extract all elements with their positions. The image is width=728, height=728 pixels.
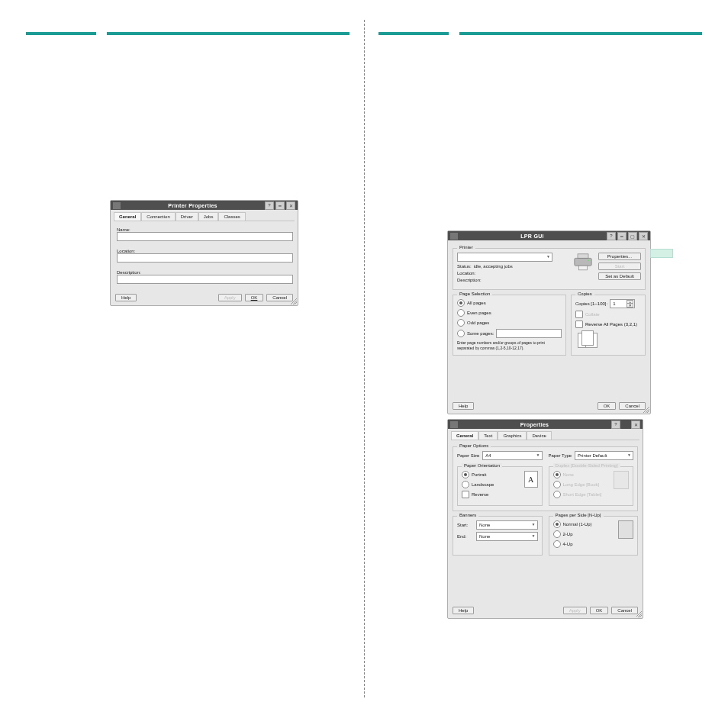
tab-text[interactable]: Text (478, 431, 498, 440)
radio-portrait[interactable] (462, 471, 469, 478)
reverse-orientation-checkbox[interactable] (462, 491, 469, 498)
ok-button[interactable]: OK (245, 294, 264, 301)
svg-rect-1 (575, 258, 591, 266)
titlebar: LPR GUI ? ━ ▢ ✕ (448, 231, 650, 240)
dialog-footer: Help OK Cancel (448, 398, 650, 414)
maximize-button[interactable]: ▢ (628, 232, 637, 240)
center-divider (364, 20, 365, 697)
copies-label: Copies [1~100]: (575, 301, 607, 306)
banner-end-select[interactable]: None (476, 532, 538, 541)
paper-options-fieldset: Paper Options Paper Size A4 Paper Type P… (453, 446, 638, 511)
radio-duplex-long (553, 481, 561, 488)
close-button[interactable]: ✕ (631, 420, 640, 429)
paper-size-select[interactable]: A4 (482, 451, 542, 460)
cancel-button[interactable]: Cancel (611, 607, 638, 614)
radio-landscape[interactable] (462, 481, 469, 488)
banners-fieldset: Banners Start: None End: None (453, 516, 543, 556)
header-rule-left (26, 32, 96, 35)
tab-device[interactable]: Device (527, 431, 551, 440)
tab-classes[interactable]: Classes (218, 212, 245, 221)
svg-rect-0 (578, 254, 588, 259)
printer-select[interactable] (457, 253, 552, 262)
printer-fieldset: Printer Status: idle, accepting jobs Loc… (453, 248, 646, 290)
copies-spinner[interactable]: 1 (610, 299, 635, 308)
tab-general[interactable]: General (451, 431, 478, 440)
app-icon (450, 233, 458, 240)
tab-graphics[interactable]: Graphics (498, 431, 527, 440)
tab-driver[interactable]: Driver (176, 212, 198, 221)
cancel-button[interactable]: Cancel (266, 294, 293, 301)
even-pages-label: Even pages (467, 311, 491, 315)
banner-start-select[interactable]: None (476, 520, 538, 530)
page-stack-icon (575, 330, 600, 349)
radio-2up[interactable] (553, 530, 561, 538)
location-label: Location: (457, 271, 475, 275)
name-input[interactable] (117, 232, 293, 241)
desc-label: Description: (457, 278, 482, 282)
tabs: General Text Graphics Device (448, 429, 643, 440)
printer-legend: Printer (457, 245, 475, 250)
help-button[interactable]: Help (453, 607, 474, 614)
duplex-none-label: None (563, 472, 574, 477)
ok-button[interactable]: OK (590, 607, 609, 614)
collate-label: Collate (585, 312, 600, 317)
apply-button[interactable]: Apply (218, 294, 242, 301)
orientation-legend: Paper Orientation (462, 463, 502, 468)
window-title: Properties (458, 422, 611, 427)
header-rule-midleft (107, 32, 350, 35)
help-button[interactable]: Help (453, 402, 474, 410)
start-button[interactable]: Start (598, 263, 641, 270)
cancel-button[interactable]: Cancel (619, 402, 646, 410)
all-pages-label: All pages (467, 301, 486, 305)
close-button[interactable]: ✕ (286, 201, 295, 210)
page-range-input[interactable] (496, 329, 562, 338)
svg-rect-2 (578, 266, 587, 270)
banners-legend: Banners (457, 513, 478, 517)
radio-duplex-short (553, 491, 561, 498)
minimize-button[interactable]: ━ (617, 232, 627, 240)
duplex-long-label: Long Edge [Book] (563, 482, 600, 487)
copies-fieldset: Copies Copies [1~100]: 1 Collate Reverse… (571, 295, 646, 356)
collate-checkbox[interactable] (575, 311, 583, 318)
minimize-button[interactable]: ━ (275, 201, 285, 210)
radio-odd-pages[interactable] (457, 319, 465, 327)
radio-some-pages[interactable] (457, 330, 465, 337)
portrait-label: Portrait (472, 472, 486, 477)
copies-legend: Copies (575, 292, 594, 296)
tab-general[interactable]: General (114, 212, 141, 221)
set-default-button[interactable]: Set as Default (598, 272, 641, 280)
svg-point-3 (588, 259, 589, 261)
nup-fieldset: Pages per Side [N-Up] Normal (1-Up) 2-Up… (549, 516, 639, 556)
status-label: Status: (457, 264, 472, 269)
reverse-checkbox[interactable] (575, 321, 583, 328)
resize-grip-icon[interactable] (643, 407, 649, 413)
properties-dialog: Properties ? ✕ General Text Graphics Dev… (447, 419, 643, 619)
duplex-fieldset: Duplex [Double-Sided Printing] None Long… (549, 466, 634, 506)
paper-type-select[interactable]: Printer Default (575, 451, 633, 460)
duplex-legend: Duplex [Double-Sided Printing] (553, 463, 620, 468)
radio-1up[interactable] (553, 520, 561, 528)
apply-button[interactable]: Apply (563, 607, 587, 614)
help-button[interactable]: Help (115, 294, 137, 301)
resize-grip-icon[interactable] (636, 611, 642, 617)
radio-even-pages[interactable] (457, 309, 465, 317)
properties-button[interactable]: Properties... (598, 253, 641, 260)
location-input[interactable] (117, 253, 293, 263)
header-rule-right (378, 32, 449, 35)
window-title: Printer Properties (121, 203, 265, 208)
window-title: LPR GUI (458, 234, 607, 239)
close-button[interactable]: ✕ (639, 232, 648, 240)
resize-grip-icon[interactable] (291, 298, 297, 304)
description-input[interactable] (117, 275, 293, 284)
titlebar: Properties ? ✕ (448, 420, 643, 429)
help-titlebar-button[interactable]: ? (265, 201, 274, 210)
status-value: idle, accepting jobs (474, 264, 513, 269)
some-pages-label: Some pages: (467, 331, 494, 336)
ok-button[interactable]: OK (598, 402, 617, 410)
radio-4up[interactable] (553, 540, 561, 548)
tab-connection[interactable]: Connection (141, 212, 175, 221)
help-titlebar-button[interactable]: ? (611, 420, 620, 429)
tab-jobs[interactable]: Jobs (198, 212, 219, 221)
help-titlebar-button[interactable]: ? (607, 232, 616, 240)
radio-all-pages[interactable] (457, 299, 465, 307)
